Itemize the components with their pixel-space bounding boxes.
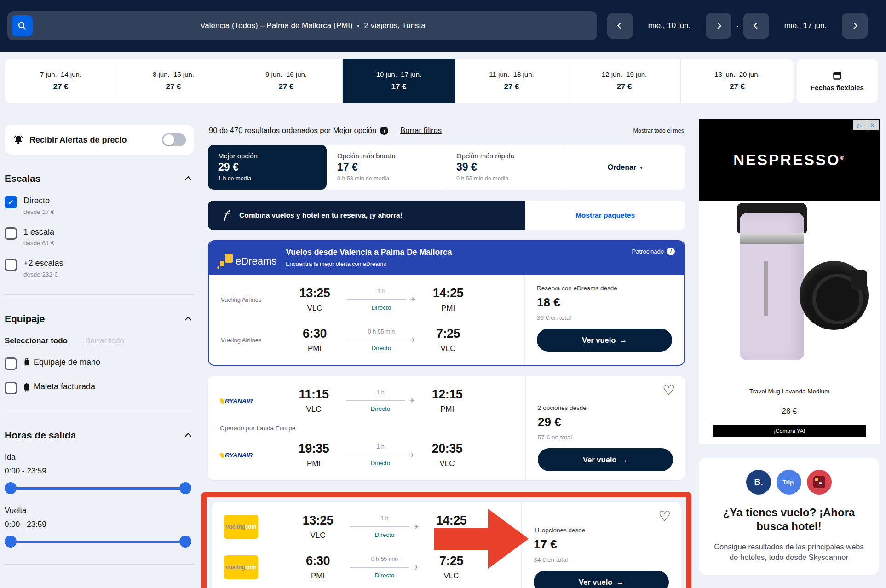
return-time-slider[interactable]: [5, 536, 191, 548]
select-all-link[interactable]: Seleccionar todo: [5, 336, 68, 346]
stops-option-1-stop[interactable]: 1 escala desde 61 €: [5, 227, 194, 247]
info-icon[interactable]: i: [380, 127, 388, 135]
ryanair-offer-panel: ♡ 2 opciones desde 29 € 57 € en total Ve…: [525, 376, 685, 480]
close-ad-icon[interactable]: ✕: [866, 120, 879, 130]
ryanair-logo: RYANAIR: [220, 452, 290, 459]
slider-handle-max[interactable]: [179, 482, 191, 494]
offer-lead: 2 opciones desde: [538, 404, 673, 411]
baggage-option-checked[interactable]: Maleta facturada: [5, 382, 194, 394]
chevron-right-icon: [851, 22, 858, 29]
ver-vuelo-button[interactable]: Ver vuelo →: [534, 571, 669, 588]
date-tab-10-17-selected[interactable]: 10 jun.–17 jun. 17 €: [343, 59, 455, 103]
stops-option-2plus-stops[interactable]: +2 escalas desde 232 €: [5, 259, 194, 278]
offer-total: 34 € en total: [534, 556, 669, 563]
search-summary-bar[interactable]: Valencia (Todos) – Palma de Mallorca (PM…: [7, 11, 597, 40]
vueling-offer-panel: ♡ 11 opciones desde 17 € 34 € en total V…: [521, 502, 681, 588]
date-tab-13-20[interactable]: 13 jun.–20 jun. 27 €: [681, 59, 794, 103]
outbound-prev-day-button[interactable]: [607, 13, 633, 39]
flexible-dates-button[interactable]: Fechas flexibles: [797, 59, 878, 103]
chevron-left-icon: [617, 22, 625, 29]
checkbox-unchecked[interactable]: [5, 259, 17, 271]
nespresso-ad[interactable]: NESPRESSO® ▷ ✕ Travel Mug Lavanda Medium…: [699, 119, 880, 444]
hotel-promo-card: B. Trip. ¿Ya tienes vuelo? ¡Ahora busca …: [699, 458, 879, 575]
search-button[interactable]: [12, 15, 33, 36]
leg-duration: 0 h 55 min: [348, 556, 421, 562]
collapse-times-chevron-icon[interactable]: [185, 433, 191, 439]
departure-times-section: Horas de salida Ida 0:00 - 23:59 Vuelta …: [5, 430, 194, 548]
stops-option-direct[interactable]: ✓ Directo desde 17 €: [5, 196, 194, 215]
compra-ya-button[interactable]: ¡Compra YA!: [713, 425, 866, 437]
ver-vuelo-button[interactable]: Ver vuelo →: [537, 329, 672, 352]
arrow-right-icon: →: [616, 578, 624, 587]
bell-icon: [13, 134, 24, 145]
outbound-time-slider[interactable]: [5, 482, 191, 494]
date-tab-11-18[interactable]: 11 jun.–18 jun. 27 €: [455, 59, 568, 103]
offer-total: 36 € en total: [537, 314, 672, 321]
sponsored-badge: Patrocinado i: [632, 248, 675, 255]
offer-price: 18 €: [537, 295, 672, 310]
stops-label: Directo: [348, 531, 421, 538]
baggage-section-title: Equipaje: [5, 313, 45, 324]
trip-logo: Trip.: [777, 470, 801, 495]
checkbox-unchecked[interactable]: [5, 357, 17, 370]
ordenar-dropdown-button[interactable]: Ordenar ▾: [565, 145, 685, 190]
heart-icon[interactable]: ♡: [658, 509, 671, 523]
checkbox-checked[interactable]: ✓: [5, 196, 17, 208]
arrival-airport: VLC: [427, 571, 475, 581]
baggage-option-cabin[interactable]: Equipaje de mano: [5, 357, 194, 370]
price-alert-card: Recibir Alertas de precio: [5, 125, 194, 155]
return-time-range: 0:00 - 23:59: [5, 520, 194, 529]
plane-icon: ✈: [409, 397, 415, 405]
route-line: ✈: [344, 452, 417, 458]
return-next-day-button[interactable]: [842, 13, 868, 39]
outbound-next-day-button[interactable]: [706, 13, 731, 39]
slider-handle-min[interactable]: [5, 482, 17, 494]
arrival-airport: VLC: [423, 459, 471, 468]
date-tab-8-15[interactable]: 8 jun.–15 jun. 27 €: [117, 59, 230, 103]
slider-handle-max[interactable]: [179, 536, 191, 548]
flight-leg-outbound: RYANAIR 11:15VLC 1 h ✈ Directo 12:15PMI: [220, 380, 525, 421]
collapse-stops-chevron-icon[interactable]: [185, 176, 191, 183]
clear-filters-link[interactable]: Borrar filtros: [400, 126, 442, 135]
departure-airport: VLC: [291, 304, 339, 313]
product-name: Travel Mug Lavanda Medium: [699, 388, 880, 395]
hotel-promo-title: ¿Ya tienes vuelo? ¡Ahora busca hotel!: [710, 506, 868, 533]
departure-time: 11:15: [290, 387, 338, 402]
heart-icon[interactable]: ♡: [662, 383, 675, 397]
baggage-filter-section: Equipaje Seleccionar todo Borrar todo Eq…: [5, 313, 194, 394]
date-tab-9-16[interactable]: 9 jun.–16 jun. 27 €: [230, 59, 343, 103]
show-whole-month-link[interactable]: Mostrar todo el mes: [633, 127, 684, 134]
return-prev-day-button[interactable]: [743, 13, 769, 39]
price-alert-toggle[interactable]: [162, 133, 186, 146]
plane-icon: ✈: [410, 295, 416, 304]
sort-tab-best[interactable]: Mejor opción 29 € 1 h de media: [208, 145, 327, 190]
slider-handle-min[interactable]: [5, 536, 17, 548]
clear-all-link[interactable]: Borrar todo: [85, 336, 124, 346]
ver-vuelo-button[interactable]: Ver vuelo →: [538, 448, 673, 471]
date-tab-12-19[interactable]: 12 jun.–19 jun. 27 €: [568, 59, 681, 103]
edreams-subtitle: Encuentra la mejor oferta con eDreams: [286, 261, 452, 267]
info-icon[interactable]: i: [667, 248, 675, 255]
sort-tab-cheapest[interactable]: Opción más barata 17 € 0 h 58 min de med…: [327, 145, 446, 190]
offer-total: 57 € en total: [538, 434, 673, 441]
product-image: [699, 201, 880, 385]
nespresso-logo: NESPRESSO®: [733, 151, 846, 169]
date-tab-7-14[interactable]: 7 jun.–14 jun. 27 €: [5, 59, 117, 103]
checkbox-unchecked[interactable]: [5, 382, 17, 394]
flight-leg-outbound: Vueling Airlines 13:25VLC 1 h ✈ Directo …: [221, 279, 524, 320]
collapse-baggage-chevron-icon[interactable]: [185, 317, 191, 323]
chevron-right-icon: [714, 22, 722, 29]
sort-tab-fastest[interactable]: Opción más rápida 39 € 0 h 55 min de med…: [446, 145, 565, 190]
outbound-time-label: Ida: [5, 453, 194, 462]
edreams-logo: eDreams: [219, 248, 276, 267]
product-price: 28 €: [699, 407, 880, 416]
annotation-highlight-box: vuelingcom 13:25VLC 1 h ✈ Directo 14:25P…: [201, 492, 691, 588]
stops-filter-section: Escalas ✓ Directo desde 17 € 1 escala de…: [5, 173, 194, 278]
show-packages-button[interactable]: Mostrar paquetes: [525, 201, 685, 230]
adchoices-icon[interactable]: ▷: [853, 120, 866, 130]
search-icon: [17, 21, 27, 31]
route-line: ✈: [345, 337, 418, 343]
package-banner: Combina vuelos y hotel en tu reserva, ¡y…: [208, 201, 685, 230]
route-text: Valencia (Todos) – Palma de Mallorca (PM…: [200, 21, 352, 30]
checkbox-unchecked[interactable]: [5, 227, 17, 240]
